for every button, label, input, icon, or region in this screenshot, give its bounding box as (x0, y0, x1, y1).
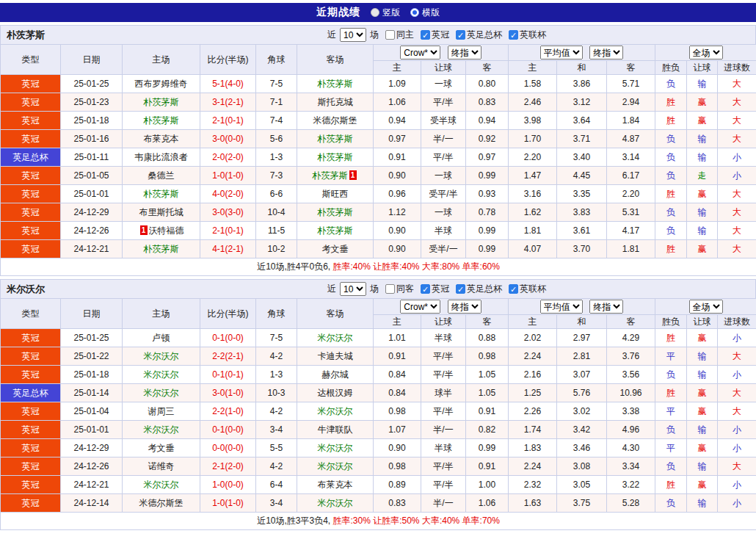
home-team-cell: 朴茨茅斯 (123, 112, 200, 130)
corner-cell: 3-4 (256, 494, 297, 513)
odds-cell-2: 0.99 (466, 240, 509, 258)
odds-cell-5: 6.17 (607, 167, 655, 185)
league-filter-eflcup[interactable]: 英联杯 (509, 29, 546, 41)
corner-cell: 7-5 (256, 75, 297, 93)
facup-checkbox[interactable] (456, 30, 465, 40)
odds-cell-4: 3.12 (557, 93, 607, 112)
odds-source-select[interactable]: Crow* (400, 46, 440, 59)
col-score: 比分(半场) (200, 299, 256, 329)
summary-rates: 胜率:30% 让胜率:50% 大率:40% 单率:70% (330, 516, 500, 526)
corner-cell: 6-6 (256, 185, 297, 203)
away-team-cell: 朴茨茅斯1 (297, 167, 374, 185)
odds-cell-4: 3.83 (557, 203, 607, 222)
result-wdl-cell: 平 (655, 347, 687, 366)
championship-checkbox[interactable] (421, 284, 430, 294)
odds-cell-3: 1.58 (509, 75, 557, 93)
radio-vertical-icon[interactable] (371, 8, 379, 17)
same-venue-filter[interactable]: 同主 (385, 29, 414, 41)
league-badge: 英冠 (1, 457, 61, 476)
match-row: 英冠24-12-21米尔沃尔1-0(0-0)6-4布莱克本0.89平/半1.00… (1, 476, 756, 494)
date-cell: 25-01-25 (61, 329, 123, 347)
league-badge: 英冠 (1, 75, 61, 93)
odds-cell-2: 0.92 (466, 130, 509, 148)
date-cell: 24-12-29 (61, 203, 123, 222)
odds-cell-2: 1.05 (466, 384, 509, 402)
league-filter-facup[interactable]: 英足总杯 (456, 283, 502, 295)
recent-results-header-bar: 近期战绩 竖版 横版 (0, 3, 756, 22)
col-type: 类型 (1, 45, 61, 75)
result-handicap-cell: 输 (687, 130, 718, 148)
league-filter-facup[interactable]: 英足总杯 (456, 29, 502, 41)
layout-option-vertical[interactable]: 竖版 (371, 7, 400, 19)
odds-cell-2: 0.83 (466, 93, 509, 112)
away-team-cell: 朴茨茅斯 (297, 75, 374, 93)
same-venue-checkbox[interactable] (385, 284, 395, 294)
odds-cell-2: 0.80 (466, 75, 509, 93)
score-cell: 1-0(0-0) (200, 476, 256, 494)
games-label: 场 (370, 29, 379, 41)
recent-count-select[interactable]: 10 (340, 28, 366, 42)
odds-cell-3: 1.25 (509, 384, 557, 402)
team-name-text: 卡迪夫城 (318, 351, 353, 361)
score-cell: 2-1(0-1) (200, 112, 256, 130)
league-badge: 英冠 (1, 347, 61, 366)
team-name-text: 米尔沃尔 (318, 406, 353, 416)
col-result-handicap: 让球 (687, 61, 718, 75)
odds-cell-5: 4.96 (607, 421, 655, 439)
team-name-text: 米德尔斯堡 (313, 115, 357, 126)
championship-checkbox[interactable] (421, 30, 430, 40)
col-ah-home: 主 (374, 315, 421, 329)
date-cell: 24-12-14 (61, 494, 123, 513)
europe-source-select[interactable]: 平均值 (540, 46, 583, 59)
corner-cell: 3-4 (256, 421, 297, 439)
league-filter-championship[interactable]: 英冠 (421, 29, 449, 41)
same-venue-checkbox[interactable] (385, 30, 395, 40)
league-badge: 英冠 (1, 476, 61, 494)
facup-label: 英足总杯 (467, 29, 502, 41)
team-name-text: 桑德兰 (148, 170, 175, 181)
home-team-cell: 米尔沃尔 (123, 384, 200, 402)
team-name-text: 西布罗姆维奇 (135, 79, 188, 89)
col-ah-away: 客 (466, 61, 509, 75)
odds-cell-5: 4.87 (607, 130, 655, 148)
date-cell: 24-12-21 (61, 476, 123, 494)
odds-source-select[interactable]: Crow* (400, 300, 440, 314)
home-team-cell: 卢顿 (123, 329, 200, 347)
layout-option-horizontal[interactable]: 横版 (410, 7, 440, 19)
recent-count-select[interactable]: 10 (340, 282, 366, 296)
league-filter-eflcup[interactable]: 英联杯 (509, 283, 546, 295)
europe-source-select[interactable]: 平均值 (540, 300, 583, 314)
result-wdl-cell: 胜 (655, 112, 687, 130)
col-score: 比分(半场) (200, 45, 256, 75)
facup-checkbox[interactable] (456, 284, 465, 294)
odds-time-select[interactable]: 终指 (448, 46, 481, 59)
result-wdl-cell: 胜 (655, 476, 687, 494)
match-row: 英冠24-12-21朴茨茅斯4-1(2-1)10-2考文垂0.90受半/一0.9… (1, 240, 756, 258)
eflcup-checkbox[interactable] (509, 30, 518, 40)
same-venue-filter[interactable]: 同客 (385, 283, 414, 295)
team-name-text: 卢顿 (153, 333, 170, 343)
europe-time-select[interactable]: 终指 (589, 300, 623, 314)
match-row: 英冠25-01-16布莱克本3-0(0-0)5-6朴茨茅斯0.97半/一0.92… (1, 130, 756, 148)
league-filter-championship[interactable]: 英冠 (421, 283, 449, 295)
home-team-cell: 朴茨茅斯 (123, 185, 200, 203)
scope-select[interactable]: 全场 (689, 300, 723, 314)
team-name-text: 米德尔斯堡 (139, 498, 183, 508)
layout-horizontal-label: 横版 (422, 7, 440, 19)
league-badge: 英冠 (1, 439, 61, 457)
radio-horizontal-icon[interactable] (410, 8, 419, 17)
league-badge: 英足总杯 (1, 148, 61, 167)
col-corner: 角球 (256, 45, 297, 75)
corner-cell: 4-2 (256, 402, 297, 421)
home-team-cell: 米尔沃尔 (123, 347, 200, 366)
match-row: 英足总杯25-01-14米尔沃尔3-0(1-0)10-3达根汉姆0.84球半1.… (1, 384, 756, 402)
odds-time-select[interactable]: 终指 (448, 300, 481, 314)
team-section-home: 朴茨茅斯 近 10 场 同主 英冠 英足总杯 英联杯 (0, 25, 756, 276)
result-goals-cell: 小 (718, 148, 756, 167)
corner-cell: 6-4 (256, 476, 297, 494)
league-badge: 英冠 (1, 421, 61, 439)
result-wdl-cell: 胜 (655, 93, 687, 112)
europe-time-select[interactable]: 终指 (589, 46, 623, 59)
eflcup-checkbox[interactable] (509, 284, 518, 294)
scope-select[interactable]: 全场 (689, 46, 723, 59)
